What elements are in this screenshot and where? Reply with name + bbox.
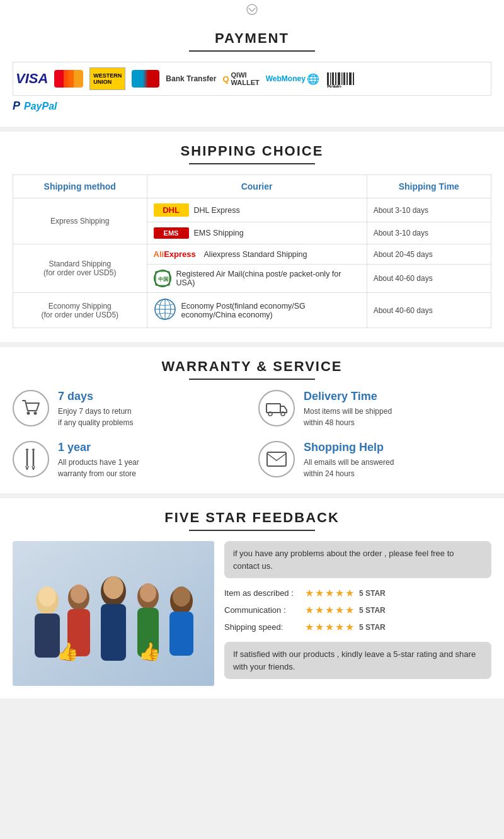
paypal-row: P PayPal	[13, 100, 491, 113]
star-s2: ★	[315, 621, 324, 633]
email-icon	[258, 441, 295, 477]
svg-text:Boleto: Boleto	[327, 84, 342, 88]
shipping-courier-header: Courier	[147, 175, 367, 198]
cpost-time-cell: About 40-60 days	[367, 265, 491, 293]
rating-score-shipping: 5 STAR	[359, 623, 386, 632]
warranty-shopping-help-heading: Shopping Help	[304, 441, 394, 454]
standard-method-cell: Standard Shipping(for order over USD5)	[13, 244, 147, 293]
ems-courier-cell: EMS EMS Shipping	[147, 222, 367, 244]
svg-text:👍: 👍	[57, 641, 79, 662]
truck-icon	[258, 390, 295, 426]
svg-point-19	[34, 412, 37, 415]
payment-underline	[189, 50, 315, 52]
feedback-bubble-top: if you have any problems about the order…	[224, 541, 491, 578]
star-1: ★	[305, 587, 314, 599]
warranty-underline	[189, 379, 315, 380]
cpost-courier-row: 中国 Registered Air Mail(china post/e pack…	[154, 270, 360, 287]
un-logo	[154, 298, 176, 322]
svg-point-41	[173, 586, 190, 607]
visa-logo: VISA	[16, 67, 48, 90]
rating-score-item: 5 STAR	[359, 589, 386, 598]
dhl-time-cell: About 3-10 days	[367, 198, 491, 222]
cart-icon	[13, 390, 49, 426]
rating-score-communication: 5 STAR	[359, 606, 386, 615]
ems-courier-row: EMS EMS Shipping	[154, 227, 360, 239]
ali-logo: AliExpress	[154, 249, 199, 259]
rating-label-shipping: Shipping speed:	[224, 622, 300, 632]
feedback-section: FIVE STAR FEEDBACK	[0, 498, 504, 699]
svg-rect-5	[338, 72, 340, 85]
warranty-grid: 7 days Enjoy 7 days to returnif any qual…	[13, 390, 491, 479]
economy-courier-row: Economy Post(finland economy/SG economy/…	[154, 298, 360, 322]
payment-title: PAYMENT	[13, 30, 491, 47]
svg-point-32	[71, 585, 87, 603]
svg-rect-2	[330, 72, 331, 85]
paypal-label: PayPal	[24, 101, 57, 112]
shipping-title: SHIPPING CHOICE	[13, 143, 491, 159]
star-s5: ★	[345, 621, 354, 633]
ems-name: EMS Shipping	[194, 229, 244, 237]
ali-time-cell: About 20-45 days	[367, 244, 491, 265]
star-2: ★	[315, 587, 324, 599]
stars-shipping: ★ ★ ★ ★ ★	[305, 621, 354, 633]
rating-row-item: Item as described : ★ ★ ★ ★ ★ 5 STAR	[224, 587, 491, 599]
svg-rect-3	[332, 72, 334, 85]
svg-rect-7	[343, 72, 345, 85]
warranty-delivery-heading: Delivery Time	[304, 390, 392, 403]
svg-rect-10	[353, 72, 354, 85]
webmoney-logo: WebMoney 🌐	[266, 67, 319, 90]
svg-rect-9	[349, 72, 352, 85]
feedback-bubble-bottom: If satisfied with our products , kindly …	[224, 642, 491, 679]
warranty-item-delivery: Delivery Time Most items will be shipped…	[258, 390, 491, 428]
feedback-right: if you have any problems about the order…	[224, 541, 491, 679]
svg-rect-1	[327, 72, 329, 85]
warranty-delivery-desc: Most items will be shippedwithin 48 hour…	[304, 406, 392, 428]
rating-row-communication: Communication : ★ ★ ★ ★ ★ 5 STAR	[224, 604, 491, 616]
page-wrapper: PAYMENT VISA WESTERNUNION Bank Transfer …	[0, 0, 504, 699]
ali-name: Aliexpress Standard Shipping	[204, 250, 307, 259]
table-row: Express Shipping DHL DHL Express About 3…	[13, 198, 491, 222]
star-c5: ★	[345, 604, 354, 616]
svg-rect-34	[101, 604, 126, 661]
chevron-section	[0, 0, 504, 19]
rating-label-communication: Communication :	[224, 605, 300, 615]
star-c2: ★	[315, 604, 324, 616]
wrench-icon	[13, 441, 49, 477]
svg-rect-20	[266, 404, 280, 413]
star-s4: ★	[335, 621, 344, 633]
feedback-content: 👍 👍 if you have any problems about the o…	[13, 541, 491, 686]
star-5: ★	[345, 587, 354, 599]
svg-rect-8	[346, 72, 348, 85]
stars-item: ★ ★ ★ ★ ★	[305, 587, 354, 599]
economy-courier-cell: Economy Post(finland economy/SG economy/…	[147, 293, 367, 328]
star-c1: ★	[305, 604, 314, 616]
ali-courier-cell: AliExpress Aliexpress Standard Shipping	[147, 244, 367, 265]
warranty-1year-desc: All products have 1 yearwarranty from ou…	[58, 457, 139, 479]
mastercard-logo	[54, 67, 83, 90]
svg-point-35	[103, 576, 123, 599]
warranty-1year-text: 1 year All products have 1 yearwarranty …	[58, 441, 139, 479]
boleto-logo: Boleto	[326, 67, 357, 90]
economy-name: Economy Post(finland economy/SG economy/…	[181, 302, 360, 319]
star-s1: ★	[305, 621, 314, 633]
dhl-courier-row: DHL DHL Express	[154, 203, 360, 217]
warranty-item-shopping-help: Shopping Help All emails will be answere…	[258, 441, 491, 479]
feedback-title: FIVE STAR FEEDBACK	[13, 510, 491, 526]
westernunion-logo: WESTERNUNION	[89, 67, 125, 90]
shipping-time-header: Shipping Time	[367, 175, 491, 198]
shipping-method-header: Shipping method	[13, 175, 147, 198]
cpost-name: Registered Air Mail(china post/e packet-…	[176, 270, 360, 287]
economy-time-cell: About 40-60 days	[367, 293, 491, 328]
table-row: Economy Shipping(for order under USD5)	[13, 293, 491, 328]
svg-text:👍: 👍	[139, 641, 161, 662]
star-3: ★	[325, 587, 334, 599]
ems-time-cell: About 3-10 days	[367, 222, 491, 244]
dhl-courier-cell: DHL DHL Express	[147, 198, 367, 222]
svg-text:中国: 中国	[158, 276, 168, 282]
star-s3: ★	[325, 621, 334, 633]
cpost-logo: 中国	[154, 270, 171, 287]
feedback-underline	[189, 530, 315, 531]
svg-point-38	[140, 583, 156, 602]
svg-point-29	[38, 586, 56, 607]
ali-courier-row: AliExpress Aliexpress Standard Shipping	[154, 249, 360, 259]
